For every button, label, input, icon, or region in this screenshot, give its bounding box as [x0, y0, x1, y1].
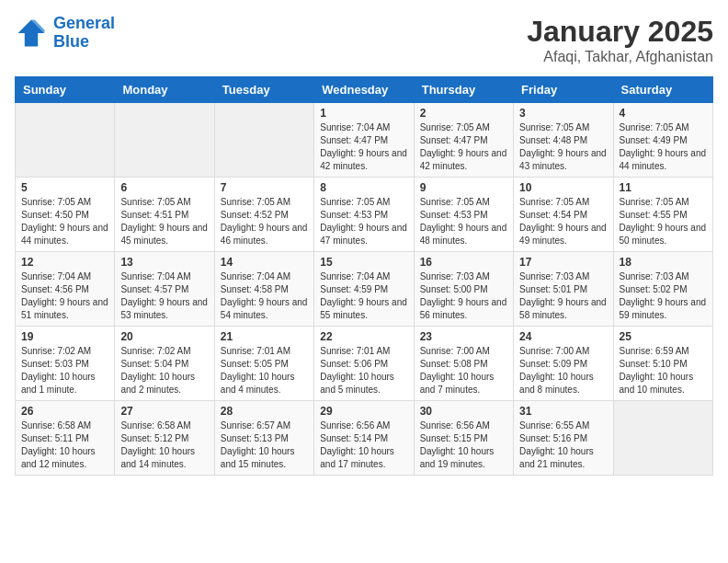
- weekday-header-saturday: Saturday: [613, 77, 712, 103]
- calendar-title: January 2025: [527, 15, 713, 49]
- calendar-day-22: 22Sunrise: 7:01 AM Sunset: 5:06 PM Dayli…: [314, 327, 414, 401]
- calendar-empty-cell: [214, 103, 313, 178]
- day-info: Sunrise: 6:58 AM Sunset: 5:12 PM Dayligh…: [120, 419, 208, 471]
- page-header: General Blue January 2025 Afaqi, Takhar,…: [15, 15, 713, 65]
- day-number: 27: [120, 405, 208, 418]
- calendar-day-31: 31Sunrise: 6:55 AM Sunset: 5:16 PM Dayli…: [514, 401, 613, 476]
- logo-blue: Blue: [53, 32, 89, 51]
- day-number: 21: [221, 330, 308, 343]
- day-number: 20: [120, 330, 208, 343]
- day-number: 30: [420, 405, 507, 418]
- day-number: 26: [21, 405, 108, 418]
- weekday-header-monday: Monday: [115, 77, 214, 103]
- day-info: Sunrise: 7:00 AM Sunset: 5:08 PM Dayligh…: [420, 345, 507, 396]
- weekday-header-sunday: Sunday: [16, 77, 115, 103]
- day-number: 2: [420, 107, 507, 120]
- calendar-week-row: 19Sunrise: 7:02 AM Sunset: 5:03 PM Dayli…: [16, 327, 713, 401]
- day-info: Sunrise: 7:04 AM Sunset: 4:56 PM Dayligh…: [21, 270, 108, 322]
- calendar-day-29: 29Sunrise: 6:56 AM Sunset: 5:14 PM Dayli…: [314, 401, 414, 476]
- day-number: 9: [420, 181, 507, 194]
- calendar-day-10: 10Sunrise: 7:05 AM Sunset: 4:54 PM Dayli…: [514, 178, 613, 252]
- day-info: Sunrise: 6:59 AM Sunset: 5:10 PM Dayligh…: [620, 345, 707, 396]
- day-info: Sunrise: 6:55 AM Sunset: 5:16 PM Dayligh…: [519, 419, 607, 471]
- calendar-day-28: 28Sunrise: 6:57 AM Sunset: 5:13 PM Dayli…: [214, 401, 313, 476]
- calendar-day-9: 9Sunrise: 7:05 AM Sunset: 4:53 PM Daylig…: [414, 178, 513, 252]
- calendar-week-row: 26Sunrise: 6:58 AM Sunset: 5:11 PM Dayli…: [16, 401, 713, 476]
- day-number: 6: [120, 181, 208, 194]
- svg-marker-0: [18, 19, 45, 46]
- calendar-day-25: 25Sunrise: 6:59 AM Sunset: 5:10 PM Dayli…: [613, 327, 712, 401]
- day-info: Sunrise: 7:04 AM Sunset: 4:58 PM Dayligh…: [221, 270, 308, 322]
- calendar-day-27: 27Sunrise: 6:58 AM Sunset: 5:12 PM Dayli…: [115, 401, 214, 476]
- weekday-header-row: SundayMondayTuesdayWednesdayThursdayFrid…: [16, 77, 713, 103]
- day-info: Sunrise: 6:56 AM Sunset: 5:15 PM Dayligh…: [420, 419, 507, 471]
- day-info: Sunrise: 7:00 AM Sunset: 5:09 PM Dayligh…: [519, 345, 607, 396]
- weekday-header-thursday: Thursday: [414, 77, 513, 103]
- calendar-day-26: 26Sunrise: 6:58 AM Sunset: 5:11 PM Dayli…: [16, 401, 115, 476]
- day-number: 5: [21, 181, 108, 194]
- calendar-week-row: 12Sunrise: 7:04 AM Sunset: 4:56 PM Dayli…: [16, 252, 713, 327]
- calendar-day-4: 4Sunrise: 7:05 AM Sunset: 4:49 PM Daylig…: [613, 103, 712, 178]
- calendar-day-14: 14Sunrise: 7:04 AM Sunset: 4:58 PM Dayli…: [214, 252, 313, 327]
- day-info: Sunrise: 7:05 AM Sunset: 4:49 PM Dayligh…: [620, 121, 707, 173]
- day-number: 7: [221, 181, 308, 194]
- calendar-day-13: 13Sunrise: 7:04 AM Sunset: 4:57 PM Dayli…: [115, 252, 214, 327]
- day-number: 25: [620, 330, 707, 343]
- calendar-day-8: 8Sunrise: 7:05 AM Sunset: 4:53 PM Daylig…: [314, 178, 414, 252]
- day-number: 11: [620, 181, 707, 194]
- weekday-header-tuesday: Tuesday: [214, 77, 313, 103]
- day-info: Sunrise: 7:01 AM Sunset: 5:05 PM Dayligh…: [221, 345, 308, 396]
- calendar-day-5: 5Sunrise: 7:05 AM Sunset: 4:50 PM Daylig…: [16, 178, 115, 252]
- day-info: Sunrise: 7:04 AM Sunset: 4:59 PM Dayligh…: [320, 270, 407, 322]
- calendar-day-19: 19Sunrise: 7:02 AM Sunset: 5:03 PM Dayli…: [16, 327, 115, 401]
- day-info: Sunrise: 6:58 AM Sunset: 5:11 PM Dayligh…: [21, 419, 108, 471]
- day-info: Sunrise: 7:04 AM Sunset: 4:57 PM Dayligh…: [120, 270, 208, 322]
- day-number: 10: [519, 181, 607, 194]
- day-number: 28: [221, 405, 308, 418]
- day-info: Sunrise: 7:05 AM Sunset: 4:53 PM Dayligh…: [320, 196, 407, 247]
- day-info: Sunrise: 7:03 AM Sunset: 5:01 PM Dayligh…: [519, 270, 607, 322]
- calendar-day-23: 23Sunrise: 7:00 AM Sunset: 5:08 PM Dayli…: [414, 327, 513, 401]
- day-info: Sunrise: 7:04 AM Sunset: 4:47 PM Dayligh…: [320, 121, 407, 173]
- calendar-day-2: 2Sunrise: 7:05 AM Sunset: 4:47 PM Daylig…: [414, 103, 513, 178]
- day-info: Sunrise: 7:05 AM Sunset: 4:53 PM Dayligh…: [420, 196, 507, 247]
- day-info: Sunrise: 7:03 AM Sunset: 5:00 PM Dayligh…: [420, 270, 507, 322]
- day-number: 19: [21, 330, 108, 343]
- day-number: 23: [420, 330, 507, 343]
- logo-icon: [15, 17, 48, 50]
- weekday-header-friday: Friday: [514, 77, 613, 103]
- logo: General Blue: [15, 15, 115, 52]
- day-number: 12: [21, 256, 108, 269]
- day-number: 14: [221, 256, 308, 269]
- calendar-subtitle: Afaqi, Takhar, Afghanistan: [527, 49, 713, 65]
- calendar-empty-cell: [115, 103, 214, 178]
- day-number: 3: [519, 107, 607, 120]
- logo-general: General: [53, 14, 115, 32]
- calendar-day-1: 1Sunrise: 7:04 AM Sunset: 4:47 PM Daylig…: [314, 103, 414, 178]
- day-number: 31: [519, 405, 607, 418]
- day-info: Sunrise: 6:56 AM Sunset: 5:14 PM Dayligh…: [320, 419, 407, 471]
- day-info: Sunrise: 6:57 AM Sunset: 5:13 PM Dayligh…: [221, 419, 308, 471]
- day-info: Sunrise: 7:01 AM Sunset: 5:06 PM Dayligh…: [320, 345, 407, 396]
- calendar-day-16: 16Sunrise: 7:03 AM Sunset: 5:00 PM Dayli…: [414, 252, 513, 327]
- calendar-day-18: 18Sunrise: 7:03 AM Sunset: 5:02 PM Dayli…: [613, 252, 712, 327]
- day-info: Sunrise: 7:05 AM Sunset: 4:55 PM Dayligh…: [620, 196, 707, 247]
- day-info: Sunrise: 7:05 AM Sunset: 4:54 PM Dayligh…: [519, 196, 607, 247]
- logo-text: General Blue: [53, 15, 115, 52]
- title-block: January 2025 Afaqi, Takhar, Afghanistan: [527, 15, 713, 65]
- day-info: Sunrise: 7:02 AM Sunset: 5:03 PM Dayligh…: [21, 345, 108, 396]
- calendar-day-7: 7Sunrise: 7:05 AM Sunset: 4:52 PM Daylig…: [214, 178, 313, 252]
- day-number: 18: [620, 256, 707, 269]
- calendar-day-24: 24Sunrise: 7:00 AM Sunset: 5:09 PM Dayli…: [514, 327, 613, 401]
- calendar-table: SundayMondayTuesdayWednesdayThursdayFrid…: [15, 76, 713, 476]
- day-number: 29: [320, 405, 407, 418]
- calendar-day-21: 21Sunrise: 7:01 AM Sunset: 5:05 PM Dayli…: [214, 327, 313, 401]
- calendar-day-20: 20Sunrise: 7:02 AM Sunset: 5:04 PM Dayli…: [115, 327, 214, 401]
- day-number: 8: [320, 181, 407, 194]
- calendar-day-17: 17Sunrise: 7:03 AM Sunset: 5:01 PM Dayli…: [514, 252, 613, 327]
- day-number: 16: [420, 256, 507, 269]
- day-info: Sunrise: 7:05 AM Sunset: 4:48 PM Dayligh…: [519, 121, 607, 173]
- day-number: 15: [320, 256, 407, 269]
- day-number: 17: [519, 256, 607, 269]
- calendar-week-row: 5Sunrise: 7:05 AM Sunset: 4:50 PM Daylig…: [16, 178, 713, 252]
